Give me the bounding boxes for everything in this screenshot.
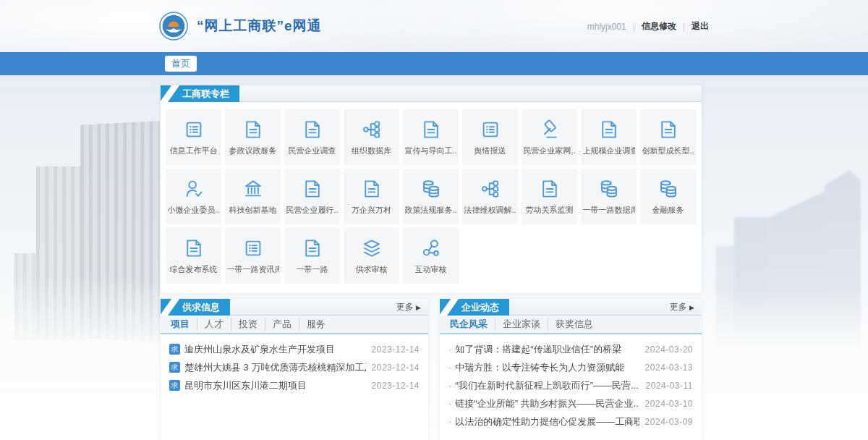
app-tile-法律维权调解[interactable]: 法律维权调解...	[462, 169, 518, 224]
news-item-title: 知了背调：搭建起“传递职业信任”的桥梁	[455, 343, 639, 356]
supply-item[interactable]: 求楚雄州大姚县 3 万吨优质薄壳核桃精深加工及科...2023-12-14	[169, 358, 420, 376]
database-icon	[598, 178, 620, 200]
app-tile-一带一路[interactable]: 一带一路	[284, 228, 340, 284]
news-panel-title: 企业动态	[440, 299, 509, 316]
enterprise-news-panel: 企业动态 更多 ▶ 民企风采企业家谈获奖信息 ·知了背调：搭建起“传递职业信任”…	[440, 299, 702, 440]
supply-item[interactable]: 求昆明市东川区东川港二期项目2023-12-14	[169, 376, 420, 394]
file-text-icon	[598, 119, 620, 140]
tab-企业家谈[interactable]: 企业家谈	[495, 318, 548, 331]
app-tile-劳动关系监测[interactable]: 劳动关系监测	[522, 169, 577, 224]
tab-服务[interactable]: 服务	[299, 318, 333, 331]
app-tile-上规模企业调查[interactable]: 上规模企业调查	[581, 109, 637, 165]
app-tile-民营企业家网[interactable]: 民营企业家网...	[522, 109, 577, 165]
app-tile-label: 创新型成长型...	[642, 145, 694, 156]
app-tile-舆情报送[interactable]: 舆情报送	[462, 109, 518, 165]
app-tile-label: 法律维权调解...	[464, 205, 516, 216]
app-tile-组织数据库[interactable]: 组织数据库	[344, 109, 399, 165]
file-text-icon	[242, 119, 264, 140]
person-check-icon	[183, 178, 205, 200]
app-grid: 信息工作平台参政议政服务民营企业调查组织数据库宣传与导向工...舆情报送民营企业…	[161, 102, 702, 284]
news-item-date: 2024-03-13	[645, 363, 693, 373]
news-tab-row: 民企风采企业家谈获奖信息	[440, 316, 702, 334]
tab-产品[interactable]: 产品	[265, 318, 299, 331]
supply-tab-row: 项目人才投资产品服务	[161, 316, 428, 334]
top-header: “网上工商联”e网通 mhlyjx001 | 信息修改 | 退出	[0, 0, 868, 52]
bullet-icon: ·	[448, 344, 451, 355]
app-tile-一带一路数据库[interactable]: 一带一路数据库	[581, 169, 637, 224]
app-tile-label: 组织数据库	[352, 145, 391, 156]
tab-项目[interactable]: 项目	[169, 318, 197, 331]
separator: |	[633, 22, 635, 32]
app-tile-label: 信息工作平台	[170, 145, 218, 156]
app-tile-互动审核[interactable]: 互动审核	[403, 228, 459, 284]
tab-人才[interactable]: 人才	[197, 318, 231, 331]
site-title: “网上工商联”e网通	[197, 17, 322, 35]
app-tile-参政议政服务[interactable]: 参政议政服务	[225, 109, 281, 165]
file-text-icon	[361, 178, 383, 200]
file-text-icon	[302, 237, 323, 259]
app-tile-供求审核[interactable]: 供求审核	[344, 228, 399, 284]
app-tile-label: 政策法规服务...	[405, 205, 457, 216]
news-item[interactable]: ·链接“企业所能” 共助乡村振兴——民营企业...2024-03-10	[448, 394, 693, 412]
news-item[interactable]: ·中瑞方胜：以专注铸专长为人力资源赋能2024-03-13	[448, 358, 693, 376]
app-tile-label: 供求审核	[356, 264, 388, 275]
supply-more-link[interactable]: 更多 ▶	[396, 299, 421, 316]
bank-icon	[242, 178, 264, 200]
supply-item-date: 2023-12-14	[372, 381, 420, 391]
demand-badge: 求	[169, 362, 180, 373]
tab-获奖信息[interactable]: 获奖信息	[548, 318, 600, 331]
brand: “网上工商联”e网通	[159, 12, 322, 41]
app-tile-label: 综合发布系统	[170, 264, 218, 275]
news-item[interactable]: ·以法治的确定性助力提信心促发展——工商联...2024-03-09	[448, 412, 693, 431]
supply-list: 求迪庆州山泉水及矿泉水生产开发项目2023-12-14求楚雄州大姚县 3 万吨优…	[161, 334, 428, 394]
file-text-icon	[658, 119, 679, 140]
supply-item[interactable]: 求迪庆州山泉水及矿泉水生产开发项目2023-12-14	[169, 340, 420, 358]
news-item[interactable]: ·“我们在新时代新征程上凯歌而行”——民营...2024-03-11	[448, 376, 693, 394]
tab-投资[interactable]: 投资	[231, 318, 265, 331]
supply-item-title: 迪庆州山泉水及矿泉水生产开发项目	[184, 343, 366, 356]
app-tile-民营企业履行[interactable]: 民营企业履行...	[284, 169, 340, 224]
username: mhlyjx001	[587, 22, 626, 32]
supply-demand-panel: 供求信息 更多 ▶ 项目人才投资产品服务 求迪庆州山泉水及矿泉水生产开发项目20…	[161, 299, 428, 440]
news-item-title: 链接“企业所能” 共助乡村振兴——民营企业...	[455, 397, 639, 410]
app-tile-科技创新基地[interactable]: 科技创新基地	[225, 169, 281, 224]
tree-icon	[480, 178, 501, 200]
app-tile-创新型成长型[interactable]: 创新型成长型...	[640, 109, 696, 165]
list-icon	[183, 119, 205, 140]
app-tile-小微企业委员[interactable]: 小微企业委员...	[166, 169, 221, 224]
nodes-icon	[420, 237, 442, 259]
app-tile-金融服务[interactable]: 金融服务	[640, 169, 696, 224]
app-tile-综合发布系统[interactable]: 综合发布系统	[166, 228, 221, 284]
app-tile-万企兴万村[interactable]: 万企兴万村	[344, 169, 399, 224]
main-nav: 首页	[0, 52, 868, 75]
app-tile-宣传与导向工[interactable]: 宣传与导向工...	[403, 109, 459, 165]
supply-item-title: 昆明市东川区东川港二期项目	[184, 379, 366, 392]
tree-icon	[361, 119, 383, 140]
nav-home-button[interactable]: 首页	[165, 56, 197, 72]
news-item-title: 以法治的确定性助力提信心促发展——工商联...	[455, 415, 639, 428]
list-icon	[480, 119, 501, 140]
database-icon	[420, 178, 442, 200]
federation-panel-title: 工商联专栏	[161, 85, 239, 102]
tab-民企风采[interactable]: 民企风采	[448, 318, 495, 331]
app-tile-信息工作平台[interactable]: 信息工作平台	[166, 109, 221, 165]
logout-link[interactable]: 退出	[692, 20, 709, 33]
news-item[interactable]: ·知了背调：搭建起“传递职业信任”的桥梁2024-03-20	[448, 340, 693, 358]
page: “网上工商联”e网通 mhlyjx001 | 信息修改 | 退出 首页 工商联专…	[0, 0, 868, 440]
news-more-link[interactable]: 更多 ▶	[670, 299, 694, 316]
app-tile-label: 一带一路资讯库	[227, 264, 279, 275]
bullet-icon: ·	[448, 380, 451, 391]
app-tile-一带一路资讯库[interactable]: 一带一路资讯库	[225, 228, 281, 284]
app-tile-label: 民营企业家网...	[524, 145, 576, 156]
app-tile-label: 参政议政服务	[229, 145, 277, 156]
modify-info-link[interactable]: 信息修改	[642, 20, 676, 33]
supply-item-date: 2023-12-14	[372, 363, 420, 373]
app-tile-民营企业调查[interactable]: 民营企业调查	[284, 109, 340, 165]
app-tile-label: 上规模企业调查	[583, 145, 635, 156]
file-text-icon	[183, 237, 205, 259]
app-tile-label: 舆情报送	[475, 145, 506, 156]
app-tile-政策法规服务[interactable]: 政策法规服务...	[403, 169, 459, 224]
federation-panel-header: 工商联专栏	[161, 85, 702, 102]
more-arrow-icon: ▶	[416, 304, 421, 311]
app-tile-label: 一带一路数据库	[583, 205, 635, 216]
